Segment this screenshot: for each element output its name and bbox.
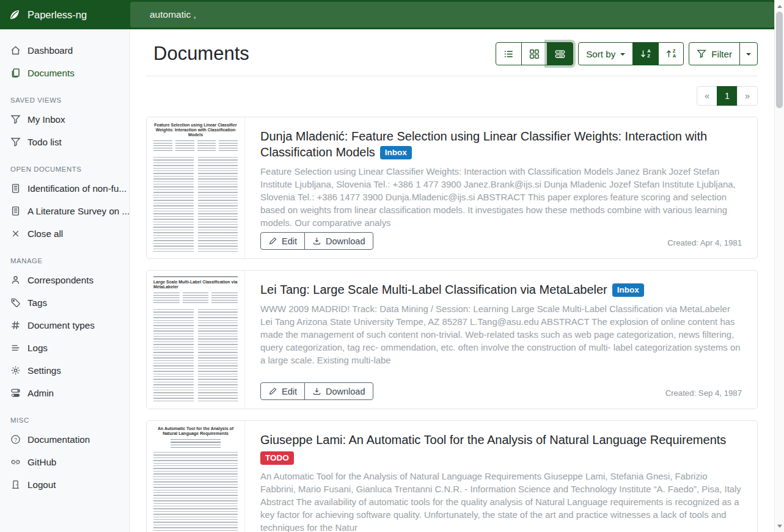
sidebar-item-label: Identification of non-fu... [27,182,126,195]
pagination-next-button[interactable]: » [737,86,758,106]
created-date: Created: Sep 4, 1987 [665,388,742,400]
sidebar-item-document-types[interactable]: Document types [0,314,130,337]
files-icon [10,68,21,78]
house-icon [10,45,21,56]
sidebar-item-close-all[interactable]: Close all [0,222,130,245]
funnel-icon [10,114,21,125]
scrollbar-up-arrow[interactable] [775,1,784,11]
funnel-icon [697,49,706,59]
sidebar-item-correspondents[interactable]: Correspondents [0,269,130,291]
document-thumbnail[interactable]: An Automatic Tool for the Analysis of Na… [147,421,245,532]
sidebar-item-todo-list[interactable]: Todo list [0,131,130,153]
search-input[interactable] [130,2,774,27]
pencil-icon [268,236,277,246]
brand-home-link[interactable]: Paperless-ng [0,9,130,21]
download-button[interactable]: Download [304,382,373,400]
pagination: « 1 » [146,86,758,106]
sort-az-letters: A Z [647,49,650,58]
view-toggle-group [496,42,573,65]
sidebar-item-documentation[interactable]: ? Documentation [0,428,130,451]
document-card: Large Scale Multi-Label Classification v… [146,270,758,409]
page-scrollbar[interactable] [774,0,784,532]
top-navbar: Paperless-ng [0,0,774,29]
document-card: An Automatic Tool for the Analysis of Na… [146,420,758,532]
sort-by-dropdown[interactable]: Sort by [578,42,633,65]
filter-group: Filter [689,42,758,65]
person-icon [10,275,21,285]
sidebar-item-admin[interactable]: Admin [0,382,130,404]
question-circle-icon: ? [10,434,21,445]
sidebar-item-dashboard[interactable]: Dashboard [0,39,130,62]
sidebar-item-logout[interactable]: Logout [0,473,130,496]
sidebar-item-github[interactable]: GitHub [0,451,130,473]
divider [146,76,758,76]
tag-icon [10,297,21,308]
door-icon [10,479,21,490]
sidebar-item-settings[interactable]: Settings [0,359,130,382]
sidebar-item-logs[interactable]: Logs [0,337,130,359]
document-thumbnail[interactable]: Large Scale Multi-Label Classification v… [147,271,245,409]
sort-descending-button[interactable]: A Z [632,42,658,65]
arrow-up-icon [666,49,672,58]
hash-icon [10,320,21,330]
sidebar-item-label: Documentation [27,433,90,446]
sidebar-item-open-doc-1[interactable]: Identification of non-fu... [0,177,130,200]
edit-button[interactable]: Edit [260,382,305,400]
document-title-link[interactable]: Lei Tang: Large Scale Multi-Label Classi… [260,282,742,297]
detail-view-button[interactable] [547,42,573,65]
inbox-tag-badge[interactable]: Inbox [612,283,644,297]
sidebar-item-label: Settings [27,364,61,377]
horizontal-list-icon [555,49,565,59]
card-actions: Edit Download [260,232,373,250]
sort-ascending-button[interactable]: Z A [658,42,684,65]
sidebar-item-label: Logs [27,341,48,354]
list-view-button[interactable] [496,42,522,65]
sidebar-section-misc: MISC [0,412,130,428]
filter-button[interactable]: Filter [689,42,740,65]
sidebar-item-tags[interactable]: Tags [0,291,130,314]
scrollbar-down-arrow[interactable] [775,521,784,531]
link-icon [10,457,21,467]
sidebar-item-label: A Literature Survey on ... [27,205,130,217]
edit-button[interactable]: Edit [260,232,305,250]
sidebar-item-open-doc-2[interactable]: A Literature Survey on ... [0,200,130,222]
sidebar-item-label: Tags [27,296,47,309]
thumbnail-body [153,157,238,253]
pencil-icon [268,387,277,396]
download-icon [312,387,321,396]
main-content: Documents [131,29,774,532]
sidebar-section-saved-views: SAVED VIEWS [0,92,130,108]
text-left-icon [10,343,21,353]
sidebar-item-label: Close all [27,227,63,240]
pagination-prev-button[interactable]: « [697,86,717,106]
filter-dropdown-toggle[interactable] [739,42,758,65]
pagination-page-1[interactable]: 1 [717,86,738,106]
grid-view-button[interactable] [521,42,548,65]
gear-icon [10,365,21,376]
sidebar-item-label: Dashboard [27,44,73,57]
thumbnail-authors [153,140,238,153]
inbox-tag-badge[interactable]: Inbox [380,146,412,159]
card-actions: Edit Download [260,382,373,400]
todo-tag-badge[interactable]: TODO [260,451,294,465]
sidebar-item-label: Documents [27,67,75,79]
sidebar-item-documents[interactable]: Documents [0,62,130,84]
document-title-link[interactable]: Giuseppe Lami: An Automatic Tool for the… [260,432,742,448]
sidebar-item-label: Document types [27,319,95,332]
chevron-down-icon [746,53,751,56]
scrollbar-thumb[interactable] [776,12,783,108]
sidebar-item-label: Todo list [27,136,62,148]
document-excerpt: Feature Selection using Linear Classifie… [260,166,742,230]
documents-toolbar: Sort by A Z [496,42,758,65]
document-thumbnail[interactable]: Feature Selection using Linear Classifie… [147,117,245,258]
thumbnail-authors [153,293,238,305]
sidebar-item-my-inbox[interactable]: My Inbox [0,108,130,131]
sidebar-item-label: Admin [27,387,54,399]
thumbnail-body [153,452,238,532]
svg-text:?: ? [14,437,17,443]
funnel-icon [10,137,21,147]
arrow-down-icon [640,49,646,58]
sidebar-item-label: Logout [27,478,56,491]
document-title-link[interactable]: Dunja Mladenić: Feature Selection using … [260,128,742,160]
download-button[interactable]: Download [304,232,373,250]
